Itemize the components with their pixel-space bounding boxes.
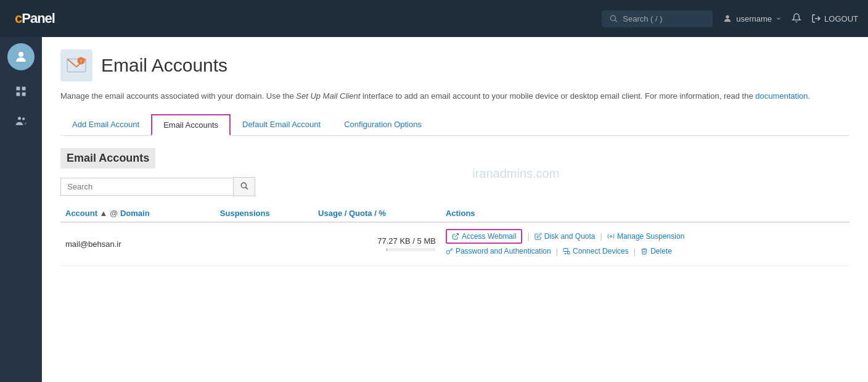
user-icon	[723, 14, 732, 23]
svg-rect-18	[563, 249, 568, 252]
section-title: Email Accounts	[60, 148, 155, 168]
sidebar-avatar	[7, 43, 35, 70]
col-usage: Usage / Quota / %	[313, 205, 441, 222]
search-button[interactable]	[233, 177, 255, 196]
search-icon	[609, 14, 618, 23]
email-accounts-section: Email Accounts iranadmins.com Account ▲ …	[60, 148, 850, 266]
col-actions: Actions	[441, 205, 850, 222]
action-sep-2: |	[600, 231, 602, 241]
user-menu[interactable]: username	[723, 14, 782, 23]
trash-icon	[641, 247, 648, 255]
svg-text:!: !	[80, 59, 82, 64]
device-icon	[563, 247, 570, 255]
svg-point-17	[610, 235, 612, 237]
usage-bar-fill	[387, 248, 387, 251]
chevron-down-icon	[776, 15, 782, 22]
svg-point-10	[22, 118, 25, 120]
usage-bar	[387, 248, 436, 251]
logout-label: LOGOUT	[824, 14, 858, 23]
edit-icon	[534, 233, 542, 240]
documentation-link[interactable]: documentation	[755, 91, 808, 101]
search-bar[interactable]: Search ( / )	[602, 10, 713, 27]
email-address: mail@behsan.ir	[60, 222, 215, 266]
accounts-table: Account ▲ @ Domain Suspensions Usage / Q…	[60, 205, 850, 266]
svg-point-0	[611, 15, 616, 20]
table-header-row: Account ▲ @ Domain Suspensions Usage / Q…	[60, 205, 850, 222]
topnav-actions: username LOGOUT	[723, 13, 858, 25]
suspensions-cell	[215, 222, 313, 266]
svg-line-16	[455, 233, 459, 237]
search-input[interactable]	[60, 178, 233, 196]
tab-bar: Add Email Account Email Accounts Default…	[60, 114, 850, 136]
email-accounts-icon: !	[60, 49, 92, 81]
setup-mail-client-text: Set Up Mail Client	[296, 91, 360, 101]
tab-email-accounts[interactable]: Email Accounts	[151, 114, 231, 136]
cpanel-logo: cPanel	[10, 8, 60, 29]
search-row	[60, 177, 850, 196]
col-suspensions: Suspensions	[215, 205, 313, 222]
action-sep-3: |	[556, 247, 558, 256]
top-navigation: cPanel Search ( / ) username	[0, 0, 868, 37]
svg-line-15	[246, 187, 248, 189]
tab-default-email-account[interactable]: Default Email Account	[231, 114, 332, 136]
svg-rect-8	[22, 93, 26, 96]
user-label: username	[736, 14, 772, 23]
search-placeholder: Search ( / )	[623, 14, 662, 23]
table-row: mail@behsan.ir 77.27 KB / 5 MB	[60, 222, 850, 266]
manage-icon	[607, 233, 615, 240]
tab-configuration-options[interactable]: Configuration Options	[332, 114, 433, 136]
action-row-1: Access Webmail | Disk and Quota	[446, 229, 845, 244]
disk-and-quota-button[interactable]: Disk and Quota	[534, 232, 596, 241]
logo-area: cPanel	[10, 8, 60, 29]
svg-rect-20	[568, 252, 570, 254]
page-description: Manage the email accounts associated wit…	[60, 90, 850, 103]
connect-devices-button[interactable]: Connect Devices	[563, 247, 629, 255]
tab-add-email-account[interactable]: Add Email Account	[60, 114, 151, 136]
svg-point-14	[241, 183, 246, 188]
usage-text: 77.27 KB / 5 MB	[318, 236, 436, 246]
key-icon	[446, 247, 453, 255]
logout-button[interactable]: LOGOUT	[811, 14, 858, 23]
page-title: Email Accounts	[101, 55, 227, 76]
sidebar-icon-grid[interactable]	[7, 78, 35, 105]
external-icon	[452, 233, 459, 240]
sidebar-icon-users[interactable]	[7, 107, 35, 135]
main-content: ! Email Accounts Manage the email accoun…	[42, 37, 868, 382]
svg-point-9	[18, 117, 21, 120]
delete-button[interactable]: Delete	[641, 247, 672, 255]
svg-rect-6	[22, 87, 26, 91]
svg-point-4	[18, 52, 23, 57]
col-account: Account ▲ @ Domain	[60, 205, 215, 222]
page-layout: ! Email Accounts Manage the email accoun…	[0, 37, 868, 382]
password-auth-button[interactable]: Password and Authentication	[446, 247, 551, 255]
svg-rect-7	[17, 93, 20, 96]
action-sep-4: |	[634, 247, 636, 256]
logout-icon	[811, 14, 821, 23]
bell-icon[interactable]	[792, 13, 801, 25]
action-row-2: Password and Authentication | C	[446, 247, 845, 256]
svg-line-1	[615, 20, 617, 22]
search-icon	[240, 181, 248, 190]
svg-rect-5	[17, 87, 20, 91]
actions-cell: Access Webmail | Disk and Quota	[441, 222, 850, 266]
manage-suspension-button[interactable]: Manage Suspension	[607, 232, 684, 241]
usage-bar-wrap	[318, 248, 436, 251]
action-sep-1: |	[527, 231, 529, 241]
access-webmail-button[interactable]: Access Webmail	[446, 229, 522, 244]
usage-cell: 77.27 KB / 5 MB	[313, 222, 441, 266]
svg-point-2	[726, 15, 729, 19]
sidebar	[0, 37, 42, 382]
page-header: ! Email Accounts	[60, 49, 850, 81]
